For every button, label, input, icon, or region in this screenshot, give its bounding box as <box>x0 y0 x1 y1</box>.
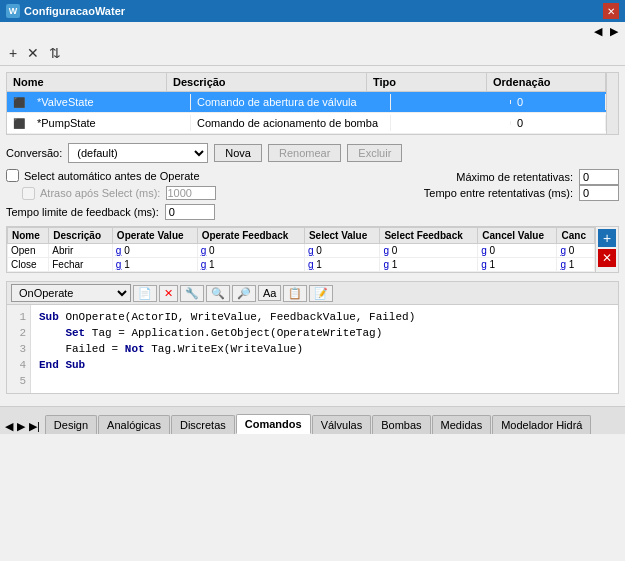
op-header-canval: Cancel Value <box>478 228 557 244</box>
header-nome: Nome <box>7 73 167 91</box>
op-desc-1: Abrir <box>49 244 113 258</box>
nav-arrows: ◀ ▶ <box>0 22 625 41</box>
close-button[interactable]: ✕ <box>603 3 619 19</box>
tab-discretas[interactable]: Discretas <box>171 415 235 434</box>
app-icon: W <box>6 4 20 18</box>
code-btn-delete[interactable]: ✕ <box>159 285 178 302</box>
atraso-value-input[interactable] <box>166 186 216 200</box>
tempo-entre-label: Tempo entre retentativas (ms): <box>424 187 573 199</box>
op-opfb-2[interactable]: g 1 <box>197 258 304 272</box>
op-canval-1[interactable]: g 0 <box>478 244 557 258</box>
op-header-opval: Operate Value <box>112 228 197 244</box>
add-row-button[interactable]: + <box>598 229 616 247</box>
atraso-label: Atraso após Select (ms): <box>40 187 160 199</box>
title-bar: W ConfiguracaoWater ✕ <box>0 0 625 22</box>
main-content: Nome Descrição Tipo Ordenação ⬛ *ValveSt… <box>0 66 625 406</box>
table-row[interactable]: ⬛ *ValveState Comando de abertura de vál… <box>7 92 606 113</box>
op-can-1[interactable]: g 0 <box>557 244 595 258</box>
op-header-selval: Select Value <box>304 228 379 244</box>
code-section: OnOperate 📄 ✕ 🔧 🔍 🔎 Aa 📋 📝 1 2 3 4 5 Sub… <box>6 281 619 394</box>
op-header-opfb: Operate Feedback <box>197 228 304 244</box>
row-nome-1: *ValveState <box>31 94 191 110</box>
operate-table: Nome Descrição Operate Value Operate Fee… <box>7 227 595 272</box>
code-btn-2[interactable]: 🔧 <box>180 285 204 302</box>
code-btn-5[interactable]: Aa <box>258 285 281 301</box>
code-btn-4[interactable]: 🔎 <box>232 285 256 302</box>
row-desc-1: Comando de abertura de válvula <box>191 94 391 110</box>
tab-medidas[interactable]: Medidas <box>432 415 492 434</box>
row-tipo-1 <box>391 100 511 104</box>
nova-button[interactable]: Nova <box>214 144 262 162</box>
op-header-nome: Nome <box>8 228 49 244</box>
op-nome-2: Close <box>8 258 49 272</box>
op-header-desc: Descrição <box>49 228 113 244</box>
tab-comandos[interactable]: Comandos <box>236 414 311 434</box>
code-btn-1[interactable]: 📄 <box>133 285 157 302</box>
tempo-feedback-label: Tempo limite de feedback (ms): <box>6 206 159 218</box>
op-desc-2: Fechar <box>49 258 113 272</box>
op-can-2[interactable]: g 1 <box>557 258 595 272</box>
window-title: ConfiguracaoWater <box>24 5 125 17</box>
delete-button[interactable]: ✕ <box>24 44 42 62</box>
tempo-entre-input[interactable] <box>579 185 619 201</box>
header-desc: Descrição <box>167 73 367 91</box>
tab-prev[interactable]: ◀ <box>4 419 14 434</box>
table-row[interactable]: Close Fechar g 1 g 1 g 1 g 1 g 1 g 1 <box>8 258 595 272</box>
code-toolbar: OnOperate 📄 ✕ 🔧 🔍 🔎 Aa 📋 📝 <box>7 282 618 305</box>
row-icon-valve: ⬛ <box>10 93 28 111</box>
tab-analogicas[interactable]: Analógicas <box>98 415 170 434</box>
conversao-section: Conversão: (default) Nova Renomear Exclu… <box>6 143 619 163</box>
row-tipo-2 <box>391 121 511 125</box>
op-header-can: Canc <box>557 228 595 244</box>
renomear-button[interactable]: Renomear <box>268 144 341 162</box>
tab-next[interactable]: ▶ <box>16 419 26 434</box>
tempo-feedback-input[interactable] <box>165 204 215 220</box>
row-ord-1: 0 <box>511 94 606 110</box>
op-header-selfb: Select Feedback <box>380 228 478 244</box>
add-button[interactable]: + <box>6 44 20 62</box>
options-section: Select automático antes de Operate Atras… <box>6 169 619 204</box>
forward-arrow[interactable]: ▶ <box>607 24 621 39</box>
right-options: Máximo de retentativas: Tempo entre rete… <box>379 169 619 201</box>
maximo-input[interactable] <box>579 169 619 185</box>
op-selval-1[interactable]: g 0 <box>304 244 379 258</box>
op-selfb-1[interactable]: g 0 <box>380 244 478 258</box>
table-row[interactable]: Open Abrir g 0 g 0 g 0 g 0 g 0 g 0 <box>8 244 595 258</box>
tempo-feedback-row: Tempo limite de feedback (ms): <box>6 204 619 220</box>
header-tipo: Tipo <box>367 73 487 91</box>
code-btn-6[interactable]: 📋 <box>283 285 307 302</box>
operate-table-section: Nome Descrição Operate Value Operate Fee… <box>6 226 619 273</box>
top-table-header: Nome Descrição Tipo Ordenação <box>7 73 606 92</box>
back-arrow[interactable]: ◀ <box>591 24 605 39</box>
tab-bombas[interactable]: Bombas <box>372 415 430 434</box>
code-btn-7[interactable]: 📝 <box>309 285 333 302</box>
select-automatico-checkbox[interactable] <box>6 169 19 182</box>
code-btn-3[interactable]: 🔍 <box>206 285 230 302</box>
op-selval-2[interactable]: g 1 <box>304 258 379 272</box>
table-row[interactable]: ⬛ *PumpState Comando de acionamento de b… <box>7 113 606 134</box>
excluir-button[interactable]: Excluir <box>347 144 402 162</box>
conversao-label: Conversão: <box>6 147 62 159</box>
tab-design[interactable]: Design <box>45 415 97 434</box>
tab-nav: ◀ ▶ ▶| <box>4 419 41 434</box>
tab-end[interactable]: ▶| <box>28 419 41 434</box>
op-selfb-2[interactable]: g 1 <box>380 258 478 272</box>
conversao-select[interactable]: (default) <box>68 143 208 163</box>
op-canval-2[interactable]: g 1 <box>478 258 557 272</box>
row-nome-2: *PumpState <box>31 115 191 131</box>
delete-row-button[interactable]: ✕ <box>598 249 616 267</box>
tempo-entre-row: Tempo entre retentativas (ms): <box>379 185 619 201</box>
tab-valvulas[interactable]: Válvulas <box>312 415 372 434</box>
op-opval-2[interactable]: g 1 <box>112 258 197 272</box>
op-opfb-1[interactable]: g 0 <box>197 244 304 258</box>
tab-modelador[interactable]: Modelador Hidrá <box>492 415 591 434</box>
maximo-label: Máximo de retentativas: <box>456 171 573 183</box>
atraso-checkbox[interactable] <box>22 187 35 200</box>
sort-button[interactable]: ⇅ <box>46 44 64 62</box>
event-select[interactable]: OnOperate <box>11 284 131 302</box>
op-opval-1[interactable]: g 0 <box>112 244 197 258</box>
atraso-row: Atraso após Select (ms): <box>22 186 379 200</box>
top-table-scrollbar[interactable] <box>606 73 618 134</box>
code-content[interactable]: Sub OnOperate(ActorID, WriteValue, Feedb… <box>31 305 618 393</box>
op-nome-1: Open <box>8 244 49 258</box>
